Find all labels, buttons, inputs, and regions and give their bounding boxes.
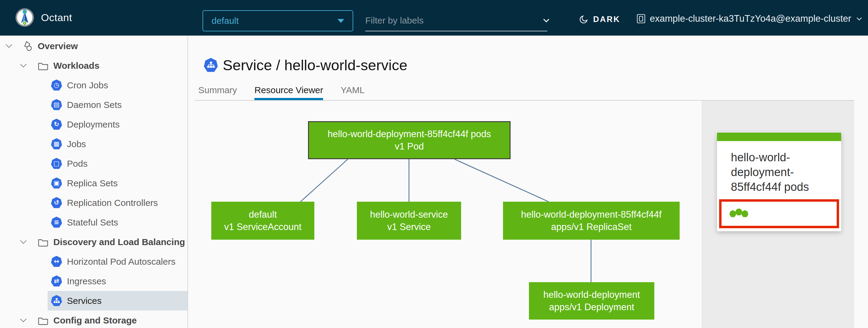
graph-node-deployment[interactable]: hello-world-deployment apps/v1 Deploymen… <box>529 282 654 320</box>
pod-ok-dot-icon <box>741 210 748 217</box>
chevron-down-icon <box>857 16 862 21</box>
node-kind: v1 Pod <box>395 140 424 153</box>
brand: Octant <box>15 8 72 27</box>
node-name: hello-world-deployment <box>544 289 640 301</box>
resource-viewer: hello-world-deployment-85ff4cf44f pods v… <box>189 101 868 328</box>
graph-node-replicaset[interactable]: hello-world-deployment-85ff4cf44f apps/v… <box>503 202 680 240</box>
selected-resource-card[interactable]: hello-world-deployment-85ff4cf44f pods <box>717 132 841 231</box>
octant-logo-icon <box>15 8 34 27</box>
k8s-cronjobs-icon <box>51 80 62 91</box>
sidebar-item-workloads[interactable]: Workloads <box>0 56 187 76</box>
pod-ok-dot-icon <box>730 210 736 217</box>
cluster-selector[interactable]: example-cluster-ka3TuTzYo4a@example-clus… <box>637 11 860 27</box>
k8s-replicationcontrollers-icon <box>51 197 62 209</box>
node-name: hello-world-deployment-85ff4cf44f <box>521 208 661 221</box>
k8s-pods-icon <box>51 158 62 170</box>
k8s-ingresses-icon <box>51 275 62 287</box>
sidebar-item-cron-jobs[interactable]: Cron Jobs <box>0 76 187 95</box>
tab-resource-viewer[interactable]: Resource Viewer <box>254 81 323 100</box>
page-title: Service / hello-world-service <box>223 57 407 73</box>
chevron-down-icon <box>544 17 550 23</box>
octant-app: Octant default Filter by labels DARK <box>0 0 868 328</box>
label-filter-input[interactable]: Filter by labels <box>365 10 547 31</box>
sidebar-item-services[interactable]: Services <box>0 291 187 310</box>
k8s-services-icon <box>51 295 62 307</box>
service-kind-icon <box>204 58 218 72</box>
chevron-down-icon[interactable] <box>6 41 12 48</box>
k8s-deployments-icon <box>51 119 62 130</box>
cluster-context-value: example-cluster-ka3TuTzYo4a@example-clus… <box>650 13 851 24</box>
app-header: Octant default Filter by labels DARK <box>0 0 868 36</box>
graph-canvas[interactable]: hello-world-deployment-85ff4cf44f pods v… <box>189 101 702 328</box>
node-kind: apps/v1 Deployment <box>549 301 634 313</box>
theme-toggle-label: DARK <box>593 15 620 24</box>
k8s-replicasets-icon <box>51 178 62 189</box>
main-content: Service / hello-world-service Summary Re… <box>189 36 868 328</box>
sidebar-item-daemon-sets[interactable]: Daemon Sets <box>0 95 187 115</box>
chevron-down-icon[interactable] <box>20 238 27 244</box>
folder-icon <box>38 316 49 325</box>
graph-node-service[interactable]: hello-world-service v1 Service <box>357 202 461 240</box>
sidebar-item-config-and-storage[interactable]: Config and Storage <box>0 310 187 328</box>
sidebar-item-horizontal-pod-autoscalers[interactable]: Horizontal Pod Autoscalers <box>0 252 187 271</box>
pod-status-highlight[interactable] <box>719 199 839 228</box>
node-name: hello-world-service <box>370 208 448 221</box>
chevron-down-icon[interactable] <box>20 61 27 67</box>
sidebar-item-replica-sets[interactable]: Replica Sets <box>0 173 187 193</box>
sidebar-item-discovery-and-load-balancing[interactable]: Discovery and Load Balancing <box>0 232 187 252</box>
dropdown-arrow-icon <box>338 19 344 23</box>
detail-panel: hello-world-deployment-85ff4cf44f pods <box>702 101 854 328</box>
namespace-selector[interactable]: default <box>203 10 353 31</box>
sidebar-item-pods[interactable]: Pods <box>0 154 187 173</box>
tab-summary[interactable]: Summary <box>198 81 237 100</box>
node-kind: v1 ServiceAccount <box>224 221 302 233</box>
sidebar-item-deployments[interactable]: Deployments <box>0 115 187 134</box>
node-kind: apps/v1 ReplicaSet <box>551 221 631 233</box>
graph-node-pod[interactable]: hello-world-deployment-85ff4cf44f pods v… <box>308 121 510 159</box>
k8s-statefulsets-icon <box>51 217 62 228</box>
theme-toggle[interactable]: DARK <box>579 11 620 27</box>
node-kind: v1 Service <box>387 221 431 233</box>
status-strip <box>717 132 841 141</box>
sidebar-item-replication-controllers[interactable]: Replication Controllers <box>0 193 187 212</box>
node-name: default <box>249 208 277 221</box>
graph-node-serviceaccount[interactable]: default v1 ServiceAccount <box>211 202 314 240</box>
chevron-down-icon[interactable] <box>20 316 27 322</box>
folder-icon <box>38 61 49 70</box>
k8s-hpa-icon <box>51 256 62 267</box>
card-title: hello-world-deployment-85ff4cf44f pods <box>731 150 823 195</box>
k8s-daemonsets-icon <box>51 99 62 111</box>
sidebar-item-stateful-sets[interactable]: Stateful Sets <box>0 212 187 232</box>
tab-bar: Summary Resource Viewer YAML <box>195 81 854 101</box>
node-name: hello-world-deployment-85ff4cf44f pods <box>328 128 491 140</box>
tab-yaml[interactable]: YAML <box>341 81 364 100</box>
namespace-value: default <box>212 16 338 26</box>
sidebar: Overview Workloads Cron Jobs Daemon Sets… <box>0 36 188 328</box>
pod-ok-dot-icon <box>735 208 742 215</box>
app-title: Octant <box>41 12 72 24</box>
label-filter-placeholder: Filter by labels <box>365 16 543 26</box>
sidebar-item-overview[interactable]: Overview <box>0 36 187 56</box>
cluster-icon <box>637 13 646 24</box>
folder-icon <box>38 237 49 247</box>
sidebar-item-jobs[interactable]: Jobs <box>0 134 187 154</box>
applications-icon <box>22 40 33 52</box>
sidebar-item-ingresses[interactable]: Ingresses <box>0 271 187 291</box>
page-header: Service / hello-world-service <box>204 57 407 73</box>
moon-icon <box>579 15 588 24</box>
k8s-jobs-icon <box>51 138 62 150</box>
